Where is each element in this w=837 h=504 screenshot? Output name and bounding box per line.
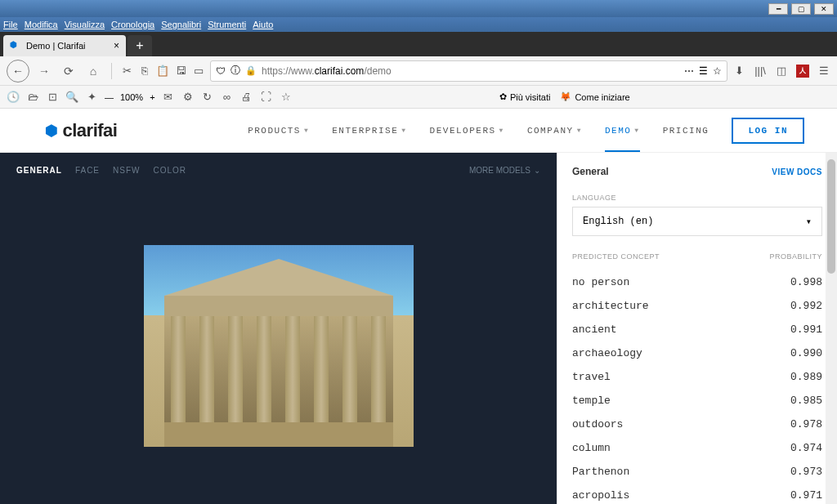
- view-docs-link[interactable]: VIEW DOCS: [772, 167, 822, 176]
- result-row[interactable]: architecture0.992: [572, 294, 822, 318]
- forward-button[interactable]: →: [34, 61, 54, 81]
- language-value: English (en): [583, 216, 653, 227]
- pdf-icon[interactable]: 人: [796, 65, 809, 78]
- nav-pricing[interactable]: PRICING: [663, 126, 709, 136]
- result-row[interactable]: acropolis0.971: [572, 484, 822, 504]
- back-button[interactable]: ←: [7, 60, 29, 83]
- nav-enterprise[interactable]: ENTERPRISE▼: [332, 126, 406, 136]
- chevron-down-icon: ▼: [634, 127, 639, 134]
- address-bar[interactable]: 🛡 ⓘ 🔒 https://www.clarifai.com/demo ⋯ ☰ …: [210, 60, 727, 82]
- menu-tools[interactable]: Strumenti: [208, 20, 246, 29]
- demo-image[interactable]: [144, 245, 414, 447]
- url-text: https://www.clarifai.com/demo: [262, 65, 679, 77]
- reader-icon[interactable]: ☰: [699, 65, 708, 77]
- concept-header: PREDICTED CONCEPT: [572, 252, 660, 261]
- menu-view[interactable]: Visualizza: [65, 20, 105, 29]
- ellipsis-icon[interactable]: ⋯: [684, 65, 694, 77]
- site-header: ⬢ clarifai PRODUCTS▼ENTERPRISE▼DEVELOPER…: [0, 109, 837, 153]
- zoom-in[interactable]: +: [150, 92, 154, 102]
- expand-icon[interactable]: ⛶: [260, 91, 273, 104]
- star-icon[interactable]: ☆: [713, 65, 722, 77]
- image-canvas: [0, 187, 557, 504]
- menu-bookmarks[interactable]: Segnalibri: [161, 20, 201, 29]
- menu-file[interactable]: File: [3, 20, 18, 29]
- concept-label: ancient: [572, 323, 617, 336]
- search-icon[interactable]: 🔍: [65, 91, 78, 104]
- result-row[interactable]: outdoors0.978: [572, 413, 822, 436]
- logo[interactable]: ⬢ clarifai: [45, 120, 117, 141]
- menu-help[interactable]: Aiuto: [253, 20, 273, 29]
- window-icon[interactable]: ▭: [192, 65, 205, 78]
- paste-icon[interactable]: 📋: [156, 65, 169, 78]
- result-row[interactable]: Parthenon0.973: [572, 460, 822, 484]
- get-started-link[interactable]: 🦊 Come iniziare: [560, 91, 629, 102]
- nav-company[interactable]: COMPANY▼: [527, 126, 582, 136]
- close-tab-icon[interactable]: ×: [114, 40, 119, 51]
- history-icon[interactable]: 🕓: [7, 91, 20, 104]
- nav-demo[interactable]: DEMO▼: [605, 126, 640, 152]
- extension-icon[interactable]: ✦: [85, 91, 98, 104]
- result-row[interactable]: ancient0.991: [572, 318, 822, 341]
- mail-icon[interactable]: ✉: [162, 91, 175, 104]
- browser-tab[interactable]: ⬢ Demo | Clarifai ×: [3, 35, 126, 56]
- refresh-icon[interactable]: ↻: [201, 91, 214, 104]
- probability-value: 0.978: [790, 418, 822, 430]
- nav-products[interactable]: PRODUCTS▼: [248, 126, 309, 136]
- menu-edit[interactable]: Modifica: [25, 20, 58, 29]
- probability-value: 0.991: [790, 323, 822, 336]
- gear-icon[interactable]: ⚙: [181, 91, 195, 104]
- separator: [111, 63, 112, 79]
- result-row[interactable]: archaeology0.990: [572, 341, 822, 365]
- concept-label: architecture: [572, 300, 649, 312]
- browser-tab-bar: ⬢ Demo | Clarifai × +: [0, 32, 837, 56]
- save-icon[interactable]: 🖫: [174, 65, 187, 78]
- concept-label: acropolis: [572, 489, 629, 502]
- tag-icon[interactable]: ⊡: [46, 91, 59, 104]
- new-tab-button[interactable]: +: [128, 35, 152, 56]
- sidebar-icon[interactable]: ◫: [775, 65, 788, 78]
- print-icon[interactable]: 🖨: [240, 91, 253, 104]
- scrollbar[interactable]: [826, 153, 837, 504]
- login-button[interactable]: LOG IN: [732, 118, 804, 144]
- maximize-button[interactable]: ▢: [791, 3, 811, 15]
- results-list: no person0.998architecture0.992ancient0.…: [572, 270, 822, 504]
- home-button[interactable]: ⌂: [83, 61, 103, 81]
- download-icon[interactable]: ⬇: [732, 65, 745, 78]
- result-row[interactable]: no person0.998: [572, 270, 822, 294]
- language-select[interactable]: English (en) ▾: [572, 207, 822, 236]
- shield-icon[interactable]: 🛡: [216, 65, 226, 77]
- language-label: LANGUAGE: [572, 194, 822, 202]
- nav-developers[interactable]: DEVELOPERS▼: [430, 126, 504, 136]
- minimize-button[interactable]: ━: [768, 3, 788, 15]
- scissors-icon[interactable]: ✂: [120, 65, 133, 78]
- result-row[interactable]: travel0.989: [572, 365, 822, 389]
- tab-nsfw[interactable]: NSFW: [113, 166, 140, 175]
- bookmark-star-icon[interactable]: ☆: [280, 91, 293, 104]
- result-row[interactable]: column0.974: [572, 436, 822, 460]
- result-row[interactable]: temple0.985: [572, 389, 822, 413]
- more-models-button[interactable]: MORE MODELS ⌄: [469, 166, 540, 175]
- chevron-down-icon: ▾: [806, 216, 812, 228]
- tab-color[interactable]: COLOR: [153, 166, 186, 175]
- os-menu-bar: File Modifica Visualizza Cronologia Segn…: [0, 17, 837, 32]
- reload-button[interactable]: ⟳: [59, 61, 78, 81]
- link-icon[interactable]: ∞: [221, 91, 234, 104]
- menu-history[interactable]: Cronologia: [111, 20, 154, 29]
- zoom-out[interactable]: —: [105, 92, 114, 102]
- hamburger-menu-icon[interactable]: ☰: [817, 65, 830, 78]
- info-icon[interactable]: ⓘ: [231, 64, 240, 78]
- sidebar-title: General: [572, 166, 609, 177]
- copy-icon[interactable]: ⎘: [138, 65, 151, 78]
- scrollbar-thumb[interactable]: [827, 159, 835, 274]
- tab-general[interactable]: GENERAL: [16, 166, 62, 175]
- most-visited-link[interactable]: ✿ Più visitati: [499, 91, 551, 102]
- close-window-button[interactable]: ✕: [814, 3, 834, 15]
- tab-face[interactable]: FACE: [75, 166, 100, 175]
- chevron-down-icon: ▼: [304, 127, 309, 134]
- chevron-down-icon: ⌄: [534, 166, 540, 175]
- bookmark-toolbar: 🕓 🗁 ⊡ 🔍 ✦ — 100% + ✉ ⚙ ↻ ∞ 🖨 ⛶ ☆ ✿ Più v…: [0, 86, 837, 109]
- folder-icon[interactable]: 🗁: [26, 91, 39, 104]
- window-titlebar: ━ ▢ ✕: [0, 0, 837, 17]
- probability-value: 0.990: [790, 347, 822, 359]
- library-icon[interactable]: |||\: [754, 65, 767, 78]
